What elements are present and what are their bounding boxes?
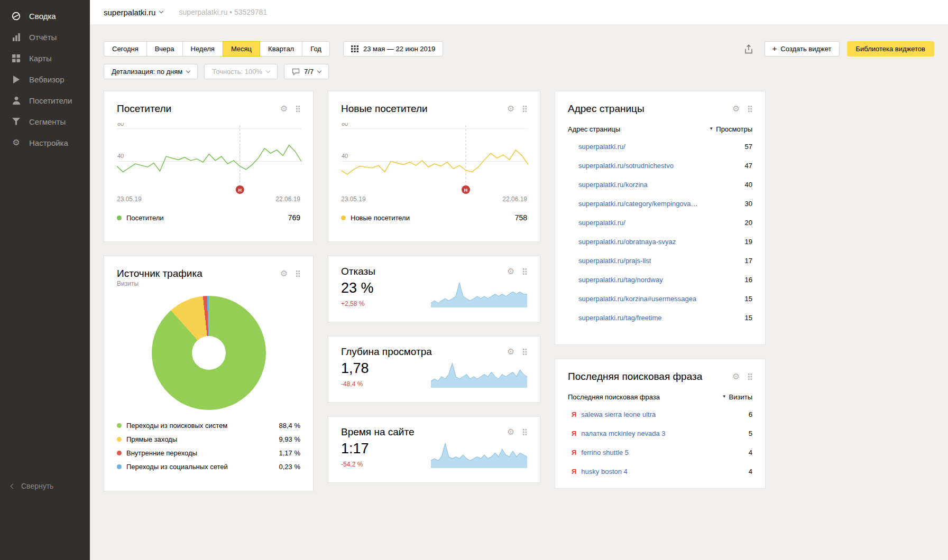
search-phrase-row: Яferrino shuttle 54 xyxy=(568,443,752,462)
comments-label: 7/7 xyxy=(304,68,314,76)
sidebar-item-segments[interactable]: Сегменты xyxy=(0,111,90,132)
comments-dropdown[interactable]: 7/7 xyxy=(284,64,329,79)
date-range-button[interactable]: 23 мая — 22 июн 2019 xyxy=(343,41,443,57)
sort-desc-icon: ▼ xyxy=(722,394,726,399)
page-url-link[interactable]: superpalatki.ru/tag/nordway xyxy=(578,276,663,284)
svg-text:80: 80 xyxy=(342,123,348,127)
search-phrase-link[interactable]: husky boston 4 xyxy=(581,468,627,475)
widget-visitors: Посетители ⚙ 4080Н 23.05.19 22.06.19 Пос… xyxy=(104,91,314,242)
drag-handle-icon[interactable] xyxy=(522,105,527,113)
views-header-label: Просмотры xyxy=(716,125,752,133)
drag-handle-icon[interactable] xyxy=(522,268,527,275)
funnel-icon xyxy=(11,118,21,125)
drag-handle-icon[interactable] xyxy=(748,105,752,113)
create-widget-button[interactable]: + Создать виджет xyxy=(765,41,840,57)
sidebar-item-label: Сводка xyxy=(29,12,56,21)
search-phrase-row: Япалатка mckinley nevada 35 xyxy=(568,424,752,443)
column-header-views[interactable]: ▼ Просмотры xyxy=(709,125,752,133)
sidebar-item-label: Сегменты xyxy=(29,117,66,126)
sidebar: СводкаОтчётыКартыВебвизорПосетителиСегме… xyxy=(0,0,90,560)
widget-title: Источник трафика xyxy=(117,268,280,279)
sidebar-item-reports[interactable]: Отчёты xyxy=(0,26,90,48)
metric-value: 1:17 xyxy=(341,441,369,457)
drag-handle-icon[interactable] xyxy=(296,105,300,113)
sidebar-item-webvisor[interactable]: Вебвизор xyxy=(0,69,90,90)
legend-dot xyxy=(117,464,122,469)
drag-handle-icon[interactable] xyxy=(296,270,300,277)
yandex-icon: Я xyxy=(568,468,576,475)
collapse-label: Свернуть xyxy=(21,482,53,490)
period-button-2[interactable]: Неделя xyxy=(182,41,223,57)
widget-settings-icon[interactable]: ⚙ xyxy=(507,428,514,436)
views-value: 15 xyxy=(740,295,752,303)
period-button-5[interactable]: Год xyxy=(302,41,330,57)
search-phrase-link[interactable]: salewa sierra leone ultra xyxy=(581,410,656,418)
table-header: Адрес страницы ▼ Просмотры xyxy=(568,125,752,133)
sidebar-item-settings[interactable]: ⚙Настройка xyxy=(0,132,90,153)
widget-settings-icon[interactable]: ⚙ xyxy=(732,372,740,381)
chevron-down-icon xyxy=(266,68,270,72)
page-url-link[interactable]: superpalatki.ru/tag/freetime xyxy=(578,314,662,322)
widget-settings-icon[interactable]: ⚙ xyxy=(507,348,514,356)
sidebar-collapse-button[interactable]: Свернуть xyxy=(11,482,53,490)
widget-title: Отказы xyxy=(341,266,507,277)
views-value: 20 xyxy=(740,219,752,227)
widget-settings-icon[interactable]: ⚙ xyxy=(507,105,514,113)
site-selector[interactable]: superpalatki.ru xyxy=(104,8,163,17)
legend-value: 758 xyxy=(515,213,527,222)
page-url-link[interactable]: superpalatki.ru/sotrudnichestvo xyxy=(578,162,674,170)
period-button-4[interactable]: Квартал xyxy=(260,41,302,57)
column-header-phrase: Последняя поисковая фраза xyxy=(568,393,660,401)
column-header-url: Адрес страницы xyxy=(568,125,620,133)
widget-settings-icon[interactable]: ⚙ xyxy=(507,267,514,276)
bounces-sparkline xyxy=(431,280,527,307)
calendar-icon xyxy=(351,45,358,52)
page-url-link[interactable]: superpalatki.ru/category/kempingova… xyxy=(578,200,697,208)
search-phrase-link[interactable]: палатка mckinley nevada 3 xyxy=(581,430,665,437)
page-url-link[interactable]: superpalatki.ru/obratnaya-svyaz xyxy=(578,238,676,246)
metric-delta: -48,4 % xyxy=(341,380,369,388)
sidebar-item-summary[interactable]: Сводка xyxy=(0,5,90,26)
svg-text:Н: Н xyxy=(238,188,242,193)
traffic-legend-item: Переходы из социальных сетей0,23 % xyxy=(117,460,300,473)
toolbar-right: + Создать виджет Библиотека виджетов xyxy=(742,41,934,57)
visits-value: 5 xyxy=(743,430,752,437)
accuracy-dropdown[interactable]: Точность: 100% xyxy=(204,64,278,79)
period-button-1[interactable]: Вчера xyxy=(146,41,183,57)
views-value: 30 xyxy=(740,200,752,208)
drag-handle-icon[interactable] xyxy=(748,373,752,380)
widget-settings-icon[interactable]: ⚙ xyxy=(280,269,288,278)
sidebar-item-label: Карты xyxy=(29,54,52,63)
chevron-down-icon xyxy=(186,68,190,72)
page-address-row: superpalatki.ru/tag/nordway16 xyxy=(568,270,752,289)
visits-value: 6 xyxy=(743,410,752,418)
search-phrase-link[interactable]: ferrino shuttle 5 xyxy=(581,449,629,456)
page-url-link[interactable]: superpalatki.ru/ xyxy=(578,143,625,151)
views-value: 15 xyxy=(740,314,752,322)
drag-handle-icon[interactable] xyxy=(522,348,527,356)
drag-handle-icon[interactable] xyxy=(522,428,527,436)
sidebar-item-maps[interactable]: Карты xyxy=(0,48,90,69)
plus-icon: + xyxy=(772,44,777,53)
column-header-visits[interactable]: ▼ Визиты xyxy=(722,393,752,401)
time-sparkline xyxy=(431,441,527,468)
page-url-link[interactable]: superpalatki.ru/korzina#usermessagea xyxy=(578,295,696,303)
widget-time-on-site: Время на сайте ⚙ 1:17 -54,2 % xyxy=(328,416,540,483)
x-axis-start: 23.05.19 xyxy=(341,195,366,203)
table-header: Последняя поисковая фраза ▼ Визиты xyxy=(568,393,752,401)
visits-value: 4 xyxy=(743,468,752,475)
detail-dropdown[interactable]: Детализация: по дням xyxy=(104,64,198,79)
period-button-3[interactable]: Месяц xyxy=(223,41,260,57)
widget-library-button[interactable]: Библиотека виджетов xyxy=(847,41,935,57)
traffic-source-label: Переходы из социальных сетей xyxy=(126,463,228,471)
page-url-link[interactable]: superpalatki.ru/ xyxy=(578,219,625,227)
export-button[interactable] xyxy=(742,43,755,55)
page-addresses-rows: superpalatki.ru/57superpalatki.ru/sotrud… xyxy=(568,137,752,327)
widget-settings-icon[interactable]: ⚙ xyxy=(280,105,288,113)
sidebar-item-visitors[interactable]: Посетители xyxy=(0,90,90,111)
page-url-link[interactable]: superpalatki.ru/korzina xyxy=(578,181,648,189)
widget-title: Глубина просмотра xyxy=(341,346,507,358)
period-button-0[interactable]: Сегодня xyxy=(104,41,147,57)
page-url-link[interactable]: superpalatki.ru/prajs-list xyxy=(578,257,651,265)
widget-settings-icon[interactable]: ⚙ xyxy=(732,105,740,113)
